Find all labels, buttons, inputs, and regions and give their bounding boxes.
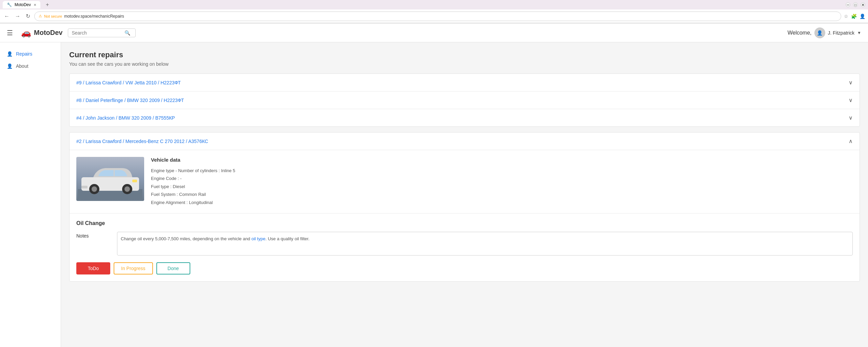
sidebar-item-repairs-label: Repairs	[16, 51, 32, 57]
security-badge: ⚠	[39, 14, 42, 18]
user-dropdown-arrow[interactable]: ▼	[857, 30, 861, 35]
maximize-button[interactable]: □	[853, 2, 858, 7]
search-icon: 🔍	[124, 30, 130, 36]
notes-text-start: Change oil every 5,000-7,500 miles, depe…	[121, 236, 251, 241]
chevron-down-icon-9: ∨	[849, 79, 853, 86]
url-text: motodev.space/mechanicRepairs	[64, 14, 124, 19]
chevron-up-icon-2: ∧	[849, 138, 853, 144]
hamburger-menu[interactable]: ☰	[7, 29, 13, 37]
sidebar-item-about[interactable]: 👤 About	[0, 60, 61, 72]
notes-label: Notes	[76, 232, 110, 256]
window-controls: ─ □ ✕	[846, 2, 865, 7]
forward-button[interactable]: →	[14, 12, 22, 21]
extensions-icon[interactable]: 🧩	[851, 14, 857, 19]
tab-title: MotoDev	[15, 2, 31, 7]
todo-button[interactable]: ToDo	[76, 262, 110, 274]
address-bar: ← → ↻ ⚠ Not secure motodev.space/mechani…	[0, 9, 868, 23]
notes-text-end: . Use a quality oil filter.	[265, 236, 309, 241]
logo[interactable]: 🚗 MotoDev	[21, 28, 62, 38]
page-subtitle: You can see the cars you are working on …	[69, 61, 860, 67]
security-label: Not secure	[44, 14, 62, 18]
logo-icon: 🚗	[21, 28, 31, 38]
repairs-icon: 👤	[7, 51, 13, 57]
vehicle-data-title: Vehicle data	[151, 157, 235, 163]
engine-code: Engine Code : -	[151, 175, 235, 182]
repair-row-9[interactable]: #9 / Larissa Crawford / VW Jetta 2010 / …	[70, 74, 860, 91]
vehicle-detail: Vehicle data Engine type - Number of cyl…	[70, 150, 860, 213]
engine-type: Engine type - Number of cylinders : Inli…	[151, 167, 235, 175]
inprogress-button[interactable]: In Progress	[114, 262, 153, 274]
repair-list: #9 / Larissa Crawford / VW Jetta 2010 / …	[69, 74, 860, 127]
tab-favicon: 🔧	[7, 2, 12, 7]
profile-icon[interactable]: 👤	[860, 14, 865, 19]
repair-expanded-header[interactable]: #2 / Larissa Crawford / Mercedes-Benz C …	[70, 132, 860, 150]
repair-expanded-2: #2 / Larissa Crawford / Mercedes-Benz C …	[69, 132, 860, 282]
main-content: Current repairs You can see the cars you…	[61, 42, 868, 347]
new-tab-button[interactable]: +	[43, 0, 52, 9]
repair-row-4[interactable]: #4 / John Jackson / BMW 320 2009 / B7555…	[70, 109, 860, 126]
bookmark-icon[interactable]: ☆	[844, 14, 848, 19]
about-icon: 👤	[7, 63, 13, 69]
tab-close-button[interactable]: ✕	[34, 3, 36, 7]
user-name[interactable]: J. Fitzpatrick	[828, 30, 855, 36]
done-button[interactable]: Done	[156, 262, 190, 274]
sidebar-item-about-label: About	[16, 63, 28, 69]
oil-type-link[interactable]: oil type	[251, 236, 265, 241]
browser-tab[interactable]: 🔧 MotoDev ✕	[3, 1, 40, 8]
logo-text: MotoDev	[34, 29, 62, 37]
minimize-button[interactable]: ─	[846, 2, 850, 7]
fuel-type: Fuel type : Diesel	[151, 183, 235, 190]
browser-icons: ☆ 🧩 👤	[844, 14, 865, 19]
svg-point-3	[92, 186, 97, 192]
welcome-text: Welcome,	[788, 30, 812, 36]
action-buttons: ToDo In Progress Done	[76, 262, 853, 274]
search-box: 🔍	[68, 28, 136, 37]
browser-chrome: 🔧 MotoDev ✕ + ─ □ ✕ ← → ↻ ⚠ Not secure m…	[0, 0, 868, 23]
chevron-down-icon-8: ∨	[849, 97, 853, 103]
svg-rect-7	[81, 186, 88, 188]
sidebar: 👤 Repairs 👤 About	[0, 42, 61, 347]
close-button[interactable]: ✕	[861, 2, 865, 7]
user-avatar: 👤	[814, 27, 825, 38]
title-bar: 🔧 MotoDev ✕ + ─ □ ✕	[0, 0, 868, 9]
chevron-down-icon-4: ∨	[849, 115, 853, 121]
app-header: ☰ 🚗 MotoDev 🔍 Welcome, 👤 J. Fitzpatrick …	[0, 23, 868, 42]
svg-rect-6	[132, 180, 137, 182]
vehicle-info: Vehicle data Engine type - Number of cyl…	[151, 157, 235, 206]
notes-row: Notes Change oil every 5,000-7,500 miles…	[76, 232, 853, 256]
fuel-system: Fuel System : Common Rail	[151, 190, 235, 198]
url-bar[interactable]: ⚠ Not secure motodev.space/mechanicRepai…	[34, 12, 841, 21]
notes-textarea[interactable]: Change oil every 5,000-7,500 miles, depe…	[117, 232, 853, 256]
repair-link-9[interactable]: #9 / Larissa Crawford / VW Jetta 2010 / …	[76, 80, 181, 85]
oil-change-section: Oil Change Notes Change oil every 5,000-…	[70, 213, 860, 281]
oil-change-title: Oil Change	[76, 220, 853, 226]
engine-alignment: Engine Alignment : Longitudinal	[151, 199, 235, 206]
svg-point-5	[124, 186, 130, 192]
car-image	[76, 157, 144, 201]
reload-button[interactable]: ↻	[24, 12, 32, 21]
repair-link-2[interactable]: #2 / Larissa Crawford / Mercedes-Benz C …	[76, 139, 208, 144]
repair-row-8[interactable]: #8 / Daniel Peterflinge / BMW 320 2009 /…	[70, 91, 860, 109]
repair-link-4[interactable]: #4 / John Jackson / BMW 320 2009 / B7555…	[76, 115, 175, 121]
app-body: 👤 Repairs 👤 About Current repairs You ca…	[0, 42, 868, 347]
repair-link-8[interactable]: #8 / Daniel Peterflinge / BMW 320 2009 /…	[76, 98, 184, 103]
car-svg	[78, 159, 142, 199]
search-input[interactable]	[72, 30, 122, 36]
header-right: Welcome, 👤 J. Fitzpatrick ▼	[788, 27, 861, 38]
sidebar-item-repairs[interactable]: 👤 Repairs	[0, 48, 61, 60]
back-button[interactable]: ←	[3, 12, 11, 21]
page-title: Current repairs	[69, 50, 860, 59]
